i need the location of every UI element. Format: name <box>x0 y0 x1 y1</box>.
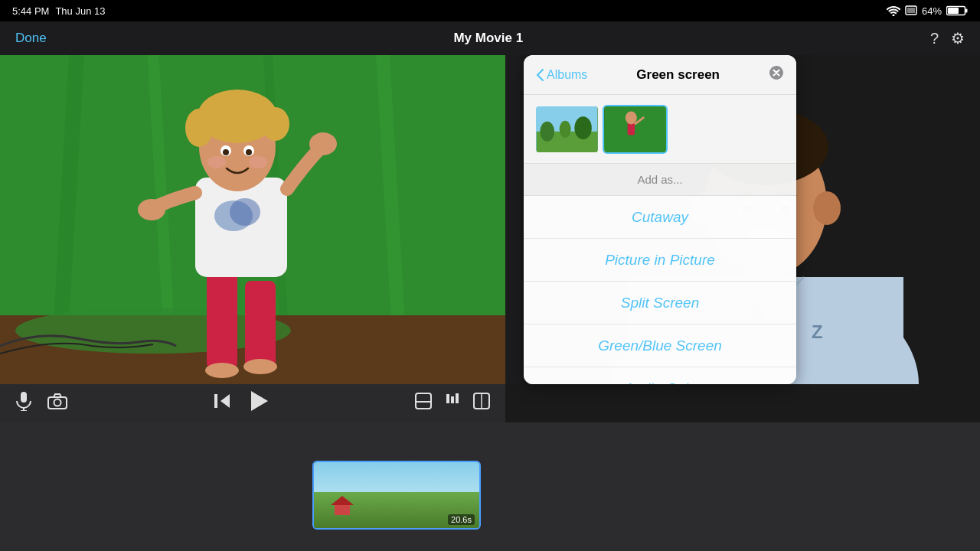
menu-item-cutaway[interactable]: Cutaway <box>524 196 796 239</box>
svg-rect-12 <box>207 269 237 369</box>
svg-rect-59 <box>456 393 459 403</box>
panel-back-button[interactable]: Albums <box>536 68 587 82</box>
green-thumb-icon <box>604 106 666 152</box>
landscape-thumb-icon <box>536 106 598 152</box>
video-preview <box>0 55 505 384</box>
timeline: 20.6s <box>0 422 980 551</box>
svg-point-52 <box>54 399 61 406</box>
greenblue-label: Green/Blue Screen <box>598 337 722 354</box>
svg-point-71 <box>626 111 637 124</box>
thumbnail-strip <box>524 95 796 164</box>
svg-rect-1 <box>907 8 915 13</box>
status-bar-right: 64% <box>887 5 968 17</box>
panel-back-label: Albums <box>547 68 587 82</box>
menu-header: Add as... <box>524 164 796 196</box>
svg-point-66 <box>540 121 554 141</box>
timeline-clip[interactable]: 20.6s <box>312 461 481 530</box>
toolbar <box>0 384 505 422</box>
title-label: My Movie 1 <box>453 31 523 46</box>
close-icon <box>769 65 784 80</box>
svg-point-20 <box>138 199 165 220</box>
battery-icon <box>946 5 968 16</box>
svg-point-29 <box>246 149 252 155</box>
skip-back-button[interactable] <box>213 393 231 414</box>
menu-item-greenblue[interactable]: Green/Blue Screen <box>524 324 796 367</box>
menu-item-audio[interactable]: Audio Only <box>524 367 796 384</box>
toolbar-right <box>415 393 490 414</box>
svg-rect-58 <box>451 396 454 403</box>
svg-text:Z: Z <box>812 321 823 342</box>
voiceover-button[interactable] <box>15 391 32 416</box>
svg-rect-4 <box>948 8 959 14</box>
split-label: Split Screen <box>621 295 699 311</box>
svg-marker-53 <box>220 394 230 408</box>
svg-point-24 <box>185 109 213 147</box>
menu-item-pip[interactable]: Picture in Picture <box>524 239 796 282</box>
play-button[interactable] <box>250 390 270 416</box>
clip-house-icon <box>331 496 354 515</box>
panel: Albums Green screen <box>524 55 796 384</box>
camera-button[interactable] <box>47 391 67 416</box>
device-icon <box>905 5 917 16</box>
svg-point-31 <box>249 156 267 168</box>
audio-button[interactable] <box>444 393 461 414</box>
wifi-icon <box>887 5 900 16</box>
green-screen-visual <box>0 55 505 384</box>
split-button[interactable] <box>473 393 490 414</box>
svg-rect-13 <box>245 281 276 369</box>
svg-rect-3 <box>965 9 968 13</box>
help-button[interactable]: ? <box>930 29 939 47</box>
status-bar-left: 5:44 PM Thu Jun 13 <box>12 5 105 17</box>
svg-rect-61 <box>335 505 350 515</box>
toolbar-center <box>213 390 270 416</box>
status-bar: 5:44 PM Thu Jun 13 64% <box>0 0 980 21</box>
cutaway-label: Cutaway <box>632 209 688 226</box>
title-bar-right[interactable]: ? ⚙ <box>930 29 965 47</box>
back-chevron-icon <box>536 69 544 81</box>
svg-rect-57 <box>446 394 449 403</box>
thumbnail-landscape-visual <box>536 106 598 152</box>
cutaway-button[interactable] <box>415 393 432 414</box>
thumbnail-green-screen[interactable] <box>603 105 668 154</box>
svg-rect-48 <box>21 392 27 403</box>
title-bar-left[interactable]: Done <box>15 31 47 46</box>
toolbar-left <box>15 391 67 416</box>
clip-sky <box>314 462 479 495</box>
svg-point-68 <box>560 120 571 138</box>
panel-title: Green screen <box>636 67 720 83</box>
svg-point-38 <box>813 191 841 225</box>
date-label: Thu Jun 13 <box>55 5 105 17</box>
svg-point-18 <box>230 198 260 226</box>
svg-rect-54 <box>214 394 217 408</box>
svg-point-28 <box>223 149 229 155</box>
title-bar: Done My Movie 1 ? ⚙ <box>0 21 980 55</box>
panel-close-button[interactable] <box>769 65 784 84</box>
clip-duration: 20.6s <box>448 514 475 525</box>
done-button[interactable]: Done <box>15 31 47 46</box>
svg-marker-55 <box>251 391 268 411</box>
time-label: 5:44 PM <box>12 5 49 17</box>
pip-label: Picture in Picture <box>605 252 715 269</box>
svg-point-19 <box>309 132 337 155</box>
battery-label: 64% <box>922 5 942 17</box>
svg-point-14 <box>205 363 239 378</box>
panel-header: Albums Green screen <box>524 55 796 95</box>
svg-point-67 <box>574 116 592 139</box>
thumbnail-green-visual <box>604 106 666 152</box>
svg-point-30 <box>207 156 226 168</box>
settings-button[interactable]: ⚙ <box>951 29 965 47</box>
svg-point-25 <box>262 107 289 141</box>
audio-only-label: Audio Only <box>625 380 696 384</box>
svg-marker-62 <box>331 496 354 505</box>
thumbnail-landscape[interactable] <box>534 105 599 154</box>
timeline-clip-visual: 20.6s <box>314 462 479 528</box>
menu-item-split[interactable]: Split Screen <box>524 282 796 324</box>
svg-point-15 <box>243 359 277 374</box>
